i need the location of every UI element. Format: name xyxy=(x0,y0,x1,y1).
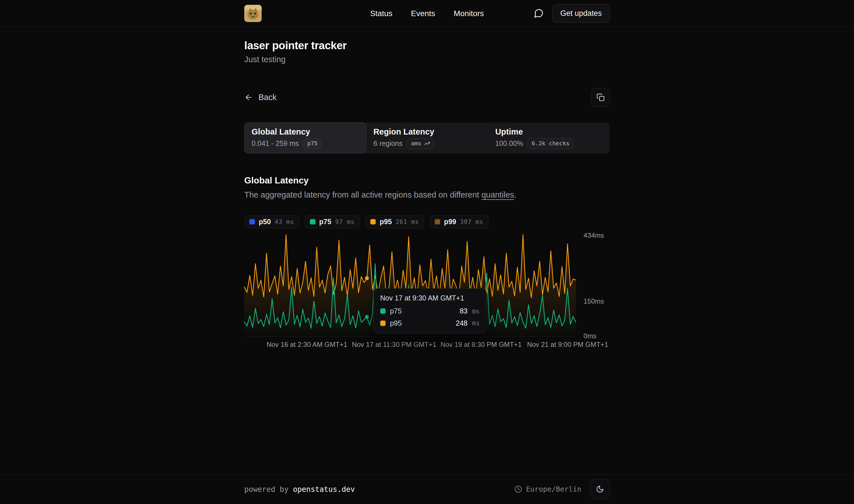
quantiles-link[interactable]: quantiles xyxy=(481,190,514,199)
feedback-button[interactable] xyxy=(533,8,544,19)
copy-button[interactable] xyxy=(591,88,610,107)
section-title: Global Latency xyxy=(244,175,610,186)
chart-tooltip: Nov 17 at 9:30 AM GMT+1 p75 83 ms p95 24… xyxy=(374,288,487,334)
checks-badge: 6.2k checks xyxy=(527,138,574,149)
p95-color-swatch xyxy=(370,219,376,224)
main-content: laser pointer tracker Just testing Back … xyxy=(244,27,610,474)
section-description: The aggregated latency from all active r… xyxy=(244,190,610,200)
back-link[interactable]: Back xyxy=(244,93,276,102)
timezone-display: Europe/Berlin xyxy=(514,485,581,493)
tab-uptime-value: 100.00% xyxy=(495,139,523,147)
p75-badge: p75 xyxy=(303,138,322,149)
tooltip-p75-swatch xyxy=(380,308,386,314)
page-footer: powered by openstatus.dev Europe/Berlin xyxy=(0,474,854,504)
message-bubble-icon xyxy=(533,8,544,19)
legend-chip-p99[interactable]: p99 307 ms xyxy=(430,215,489,228)
top-nav: Status Events Monitors Get updates xyxy=(0,0,854,27)
site-logo[interactable] xyxy=(244,5,262,22)
tooltip-row-p95: p95 248 ms xyxy=(380,319,480,327)
y-axis: 434ms 150ms 0ms xyxy=(576,233,610,350)
cat-logo-image xyxy=(244,5,262,22)
nav-events[interactable]: Events xyxy=(411,9,435,18)
back-label: Back xyxy=(258,93,276,102)
tab-region-latency-value: 6 regions xyxy=(374,139,402,147)
nav-monitors[interactable]: Monitors xyxy=(454,9,484,18)
tab-global-latency-title: Global Latency xyxy=(252,127,359,137)
nav-status[interactable]: Status xyxy=(370,9,393,18)
tab-global-latency-value: 0.041 - 259 ms xyxy=(252,139,299,147)
y-tick: 0ms xyxy=(583,332,597,340)
latency-chart-plot[interactable]: Nov 17 at 9:30 AM GMT+1 p75 83 ms p95 24… xyxy=(244,233,576,337)
x-tick: Nov 16 at 2:30 AM GMT+1 xyxy=(267,341,347,348)
legend-chip-p75[interactable]: p75 97 ms xyxy=(305,215,360,228)
main-nav: Status Events Monitors xyxy=(370,9,484,18)
latency-chart: Nov 17 at 9:30 AM GMT+1 p75 83 ms p95 24… xyxy=(244,233,610,350)
arrow-left-icon xyxy=(244,93,253,102)
status-page: Status Events Monitors Get updates laser… xyxy=(0,0,854,504)
tab-region-latency[interactable]: Region Latency 6 regions ams xyxy=(366,122,488,154)
moon-icon xyxy=(596,485,604,493)
tooltip-row-p75: p75 83 ms xyxy=(380,307,480,315)
tab-global-latency[interactable]: Global Latency 0.041 - 259 ms p75 xyxy=(244,122,366,154)
tooltip-timestamp: Nov 17 at 9:30 AM GMT+1 xyxy=(380,294,480,302)
p50-color-swatch xyxy=(249,219,255,224)
powered-by: powered by openstatus.dev xyxy=(244,485,355,493)
x-axis: Nov 16 at 2:30 AM GMT+1 Nov 17 at 11:30 … xyxy=(244,341,576,350)
x-tick: Nov 19 at 8:30 PM GMT+1 xyxy=(440,341,522,348)
get-updates-button[interactable]: Get updates xyxy=(552,4,610,23)
tab-uptime[interactable]: Uptime 100.00% 6.2k checks xyxy=(488,122,610,154)
legend-chip-p50[interactable]: p50 43 ms xyxy=(244,215,299,228)
page-title: laser pointer tracker xyxy=(244,39,610,52)
theme-toggle-button[interactable] xyxy=(590,480,610,499)
tooltip-p95-swatch xyxy=(380,321,386,326)
x-tick: Nov 17 at 11:30 PM GMT+1 xyxy=(352,341,436,348)
p99-color-swatch xyxy=(435,219,440,224)
tab-region-latency-title: Region Latency xyxy=(374,127,480,137)
p75-color-swatch xyxy=(310,219,315,224)
page-subtitle: Just testing xyxy=(244,55,610,64)
openstatus-link[interactable]: openstatus.dev xyxy=(293,485,355,493)
region-badge: ams xyxy=(407,138,434,149)
tab-uptime-title: Uptime xyxy=(495,127,602,137)
chart-legend: p50 43 ms p75 97 ms p95 261 ms p99 307 m… xyxy=(244,215,610,228)
metric-tabs: Global Latency 0.041 - 259 ms p75 Region… xyxy=(244,122,610,154)
trending-up-icon xyxy=(424,141,430,146)
copy-icon xyxy=(597,93,605,102)
legend-chip-p95[interactable]: p95 261 ms xyxy=(365,215,424,228)
y-tick: 150ms xyxy=(583,298,604,305)
clock-icon xyxy=(514,485,522,493)
y-tick: 434ms xyxy=(583,232,604,239)
